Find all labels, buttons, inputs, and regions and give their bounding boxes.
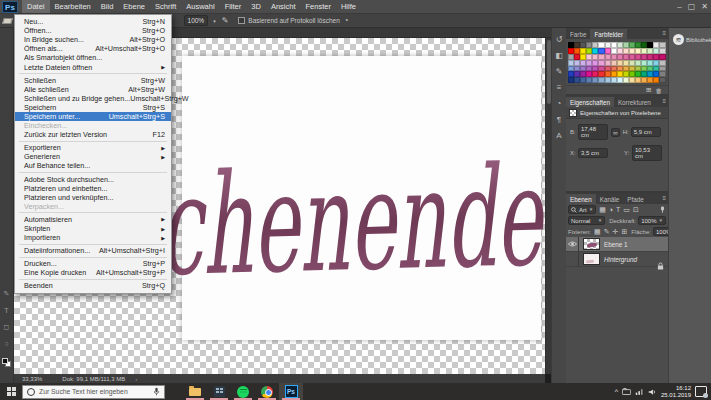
lock-icon-2[interactable]: ✛ bbox=[613, 228, 619, 236]
menu-item-beenden[interactable]: BeendenStrg+Q bbox=[15, 281, 171, 290]
menu-item-exportieren[interactable]: Exportieren▶ bbox=[15, 143, 171, 152]
tab-farbfelder[interactable]: Farbfelder bbox=[590, 29, 627, 39]
menubar-item-schrift[interactable]: Schrift bbox=[150, 0, 181, 13]
x-field[interactable]: 3,5 cm bbox=[578, 148, 608, 158]
tab-ebenen[interactable]: Ebenen bbox=[566, 194, 596, 204]
brush-settings-panel-icon[interactable]: ✎ bbox=[552, 67, 566, 76]
layer-row-hintergrund[interactable]: Hintergrund bbox=[566, 252, 668, 267]
erase-to-history-checkbox[interactable] bbox=[238, 17, 245, 24]
network-icon[interactable] bbox=[635, 388, 644, 395]
taskbar-app-chrome[interactable] bbox=[255, 383, 279, 400]
height-field[interactable]: 5,9 cm bbox=[631, 127, 661, 137]
tab-kanaele[interactable]: Kanäle bbox=[596, 194, 624, 204]
taskbar-app-spotify[interactable] bbox=[231, 383, 255, 400]
menubar-item-hilfe[interactable]: Hilfe bbox=[336, 0, 361, 13]
menubar-item-fenster[interactable]: Fenster bbox=[301, 0, 336, 13]
menu-item-speichern-unter[interactable]: Speichern unter...Umschalt+Strg+S bbox=[15, 112, 171, 121]
lock-icon-1[interactable]: ✎ bbox=[604, 228, 610, 236]
visibility-eye-icon[interactable] bbox=[566, 237, 579, 252]
link-dimensions-icon[interactable]: ∞ bbox=[611, 128, 620, 137]
menu-item-automatisieren[interactable]: Automatisieren▶ bbox=[15, 215, 171, 224]
filter-toggle-pin-icon[interactable] bbox=[659, 206, 666, 213]
menu-item-drucken[interactable]: Drucken...Strg+P bbox=[15, 259, 171, 268]
foreground-background-colors[interactable] bbox=[2, 358, 12, 368]
menubar-item-bearbeiten[interactable]: Bearbeiten bbox=[50, 0, 96, 13]
delete-swatch-icon[interactable]: 🗑 bbox=[656, 87, 663, 94]
tab-farbe[interactable]: Farbe bbox=[566, 29, 590, 39]
menu-item-skripten[interactable]: Skripten▶ bbox=[15, 224, 171, 233]
eraser-tool-icon[interactable] bbox=[2, 18, 13, 24]
menubar-item-auswahl[interactable]: Auswahl bbox=[181, 0, 219, 13]
menu-item-alle-schließen[interactable]: Alle schließenAlt+Strg+W bbox=[15, 85, 171, 94]
taskbar-app-calculator[interactable] bbox=[207, 383, 231, 400]
menubar-item-filter[interactable]: Filter bbox=[220, 0, 247, 13]
menubar-item-ansicht[interactable]: Ansicht bbox=[266, 0, 301, 13]
menu-item-speichern[interactable]: SpeichernStrg+S bbox=[15, 103, 171, 112]
menu-item-eine-kopie-drucken[interactable]: Eine Kopie druckenAlt+Umschalt+Strg+P bbox=[15, 268, 171, 277]
opacity-field[interactable]: 100% bbox=[184, 15, 209, 26]
history-panel-icon[interactable]: ↺ bbox=[552, 35, 566, 44]
action-center-icon[interactable] bbox=[695, 386, 707, 397]
lock-icon-3[interactable]: ⊞ bbox=[621, 228, 627, 236]
libraries-label[interactable]: Bibliothek... bbox=[686, 37, 711, 43]
adjustments-panel-icon[interactable]: ≡ bbox=[552, 83, 566, 92]
y-field[interactable]: 10,53 cm bbox=[632, 145, 662, 161]
microphone-icon[interactable] bbox=[153, 387, 160, 396]
taskbar-app-file-explorer[interactable] bbox=[183, 383, 207, 400]
menu-item-in-bridge-suchen[interactable]: In Bridge suchen...Alt+Strg+O bbox=[15, 35, 171, 44]
foreground-color-swatch[interactable] bbox=[2, 358, 8, 364]
new-swatch-icon[interactable]: ⊞ bbox=[646, 86, 651, 94]
info-panel-icon[interactable]: ◔ bbox=[552, 99, 566, 108]
menu-item-platzieren-und-einbetten[interactable]: Platzieren und einbetten... bbox=[15, 184, 171, 193]
close-button[interactable]: ✕ bbox=[701, 0, 708, 13]
tool-icon-3[interactable]: ○ bbox=[0, 340, 13, 347]
blend-mode-select[interactable]: Normal▼ bbox=[568, 216, 605, 225]
tool-icon-1[interactable]: T bbox=[0, 307, 13, 314]
layer-filter-icon-2[interactable]: T bbox=[616, 206, 620, 214]
menu-item-zurück-zur-letzten-version[interactable]: Zurück zur letzten VersionF12 bbox=[15, 130, 171, 139]
airbrush-icon[interactable]: ◔ bbox=[344, 16, 349, 25]
tool-icon-0[interactable]: ✎ bbox=[0, 290, 13, 298]
taskbar-search-input[interactable]: Zur Suche Text hier eingeben bbox=[22, 385, 165, 399]
taskbar-app-photoshop[interactable]: Ps bbox=[279, 383, 303, 400]
onedrive-folder-icon[interactable] bbox=[622, 388, 631, 395]
status-menu-arrow-icon[interactable]: › bbox=[135, 376, 137, 382]
panel-menu-icon[interactable]: ≡ bbox=[662, 195, 666, 201]
layer-filter-icon-3[interactable]: ▭ bbox=[623, 206, 630, 214]
menubar-item-bild[interactable]: Bild bbox=[96, 0, 119, 13]
menu-item-platzieren-und-verknüpfen[interactable]: Platzieren und verknüpfen... bbox=[15, 193, 171, 202]
menu-item-schließen-und-zu-bridge-gehen[interactable]: Schließen und zu Bridge gehen...Umschalt… bbox=[15, 94, 171, 103]
color-swatch[interactable] bbox=[659, 77, 665, 83]
tray-chevron-icon[interactable]: ^ bbox=[615, 388, 618, 395]
lock-icon-0[interactable]: ▦ bbox=[594, 228, 601, 236]
menu-item-generieren[interactable]: Generieren▶ bbox=[15, 152, 171, 161]
pressure-opacity-icon[interactable]: ✎ bbox=[222, 16, 229, 25]
menubar-item-datei[interactable]: Datei bbox=[22, 0, 50, 13]
menu-item-öffnen-als[interactable]: Öffnen als...Alt+Umschalt+Strg+O bbox=[15, 44, 171, 53]
start-button[interactable] bbox=[0, 383, 22, 400]
tab-korrekturen[interactable]: Korrekturen bbox=[614, 97, 655, 107]
panel-menu-icon[interactable]: ≡ bbox=[662, 30, 666, 36]
tab-eigenschaften[interactable]: Eigenschaften bbox=[566, 97, 614, 107]
visibility-toggle-empty[interactable] bbox=[566, 252, 579, 267]
menu-item-adobe-stock-durchsuchen[interactable]: Adobe Stock durchsuchen... bbox=[15, 175, 171, 184]
panel-menu-icon[interactable]: ≡ bbox=[662, 98, 666, 104]
layer-filter-select[interactable]: Art▼ bbox=[568, 205, 596, 214]
paragraph-panel-icon[interactable]: ¶ bbox=[552, 115, 566, 124]
minimize-button[interactable]: – bbox=[677, 0, 681, 13]
menu-item-als-smartobjekt-öffnen[interactable]: Als Smartobjekt öffnen... bbox=[15, 53, 171, 62]
taskbar-clock[interactable]: 16:12 25.01.2019 bbox=[661, 385, 691, 399]
layer-opacity-field[interactable]: 100%▼ bbox=[638, 216, 666, 225]
menu-item-schließen[interactable]: SchließenStrg+W bbox=[15, 76, 171, 85]
layer-name[interactable]: Ebene 1 bbox=[604, 241, 627, 248]
speaker-icon[interactable] bbox=[648, 388, 657, 396]
menu-item-importieren[interactable]: Importieren▶ bbox=[15, 233, 171, 242]
menu-item-letzte-dateien-öffnen[interactable]: Letzte Dateien öffnen▶ bbox=[15, 62, 171, 71]
character-panel-icon[interactable]: A bbox=[552, 131, 566, 140]
menubar-item-ebene[interactable]: Ebene bbox=[118, 0, 150, 13]
zoom-level-field[interactable]: 33,33% bbox=[22, 376, 42, 382]
tool-icon-2[interactable]: ◻ bbox=[0, 323, 13, 331]
tab-pfade[interactable]: Pfade bbox=[623, 194, 647, 204]
menu-item-auf-behance-teilen[interactable]: Auf Behance teilen... bbox=[15, 161, 171, 170]
layer-filter-icon-4[interactable]: ⊡ bbox=[633, 206, 639, 214]
